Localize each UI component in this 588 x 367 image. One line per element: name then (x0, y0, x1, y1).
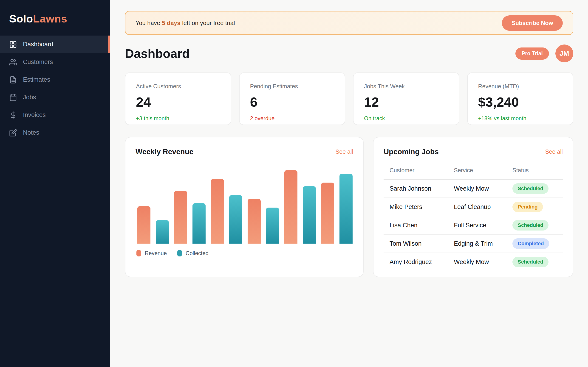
trial-text-suffix: left on your free trial (181, 19, 235, 26)
column-header-customer: Customer (389, 167, 454, 174)
chart-bar-collected (192, 203, 206, 244)
notes-icon (9, 129, 17, 137)
cell-customer: Tom Wilson (389, 240, 454, 247)
cell-customer: Sarah Johnson (389, 185, 454, 192)
upcoming-jobs-header: Upcoming Jobs See all (384, 148, 563, 156)
status-badge: Scheduled (512, 183, 548, 194)
legend-item-revenue: Revenue (137, 250, 167, 257)
stat-card: Revenue (MTD)$3,240+18% vs last month (467, 73, 573, 125)
stat-sub: 2 overdue (250, 115, 334, 122)
table-row[interactable]: Amy RodriguezWeekly MowScheduled (384, 253, 563, 271)
chart-legend: RevenueCollected (136, 250, 353, 257)
chart-bar-collected (229, 195, 242, 244)
stat-sub: On track (364, 115, 448, 122)
pro-trial-badge: Pro Trial (515, 48, 549, 60)
cell-service: Weekly Mow (454, 185, 512, 192)
sidebar-item-dashboard[interactable]: Dashboard (0, 35, 110, 53)
dashboard-icon (9, 41, 17, 48)
chart-bar-collected (303, 186, 316, 244)
status-badge: Completed (512, 238, 549, 249)
sidebar-item-label: Customers (23, 58, 53, 66)
stat-sub: +18% vs last month (478, 115, 562, 122)
brand-lawns: Lawns (33, 13, 67, 25)
chart-bar-revenue (284, 170, 297, 244)
sidebar-item-label: Jobs (23, 94, 36, 101)
page-header: Dashboard Pro Trial JM (125, 44, 573, 62)
table-body: Sarah JohnsonWeekly MowScheduledMike Pet… (384, 180, 563, 271)
upcoming-jobs-see-all-link[interactable]: See all (545, 148, 563, 155)
sidebar: SoloLawns DashboardCustomersEstimatesJob… (0, 0, 110, 367)
upcoming-jobs-title: Upcoming Jobs (384, 148, 439, 156)
cell-status: Scheduled (512, 257, 563, 267)
cell-status: Scheduled (512, 220, 563, 231)
status-badge: Pending (512, 202, 543, 212)
sidebar-item-notes[interactable]: Notes (0, 124, 110, 142)
sidebar-item-customers[interactable]: Customers (0, 53, 110, 71)
weekly-revenue-card: Weekly Revenue See all RevenueCollected (125, 137, 363, 277)
trial-banner-text: You have 5 days left on your free trial (136, 19, 235, 27)
cell-status: Scheduled (512, 183, 563, 194)
table-row[interactable]: Mike PetersLeaf CleanupPending (384, 198, 563, 216)
cell-service: Edging & Trim (454, 240, 512, 247)
stat-value: 12 (364, 94, 448, 110)
cell-customer: Lisa Chen (389, 222, 454, 229)
subscribe-now-button[interactable]: Subscribe Now (502, 15, 563, 31)
table-row[interactable]: Lisa ChenFull ServiceScheduled (384, 216, 563, 235)
stats-row: Active Customers24+3 this monthPending E… (125, 73, 573, 125)
stat-label: Jobs This Week (364, 83, 448, 90)
stat-card: Pending Estimates62 overdue (239, 73, 346, 125)
customers-icon (9, 58, 17, 66)
table-row[interactable]: Sarah JohnsonWeekly MowScheduled (384, 180, 563, 198)
sidebar-item-label: Invoices (23, 111, 46, 119)
stat-value: $3,240 (478, 94, 562, 110)
chart-bar-collected (339, 174, 353, 244)
cell-service: Full Service (454, 222, 512, 229)
chart-bar-revenue (174, 191, 187, 244)
cell-customer: Mike Peters (389, 203, 454, 211)
cell-status: Completed (512, 238, 563, 249)
stat-card: Active Customers24+3 this month (125, 73, 231, 125)
status-badge: Scheduled (512, 257, 548, 267)
legend-label: Revenue (145, 250, 167, 257)
weekly-revenue-chart (136, 160, 353, 244)
legend-item-collected: Collected (177, 250, 208, 257)
column-header-service: Service (454, 167, 512, 174)
cell-customer: Amy Rodriguez (389, 259, 454, 266)
jobs-icon (9, 94, 17, 101)
status-badge: Scheduled (512, 220, 548, 231)
weekly-revenue-see-all-link[interactable]: See all (336, 148, 353, 155)
trial-banner: You have 5 days left on your free trial … (125, 11, 573, 35)
table-header-row: CustomerServiceStatus (384, 167, 563, 180)
invoices-icon (9, 111, 17, 119)
estimates-icon (9, 76, 17, 84)
content-row: Weekly Revenue See all RevenueCollected … (125, 137, 573, 277)
chart-bar-revenue (248, 199, 261, 244)
stat-label: Active Customers (136, 83, 220, 90)
column-header-status: Status (512, 167, 562, 174)
chart-bar-collected (156, 220, 169, 244)
sidebar-item-label: Dashboard (23, 41, 53, 48)
chart-bar-collected (266, 208, 279, 244)
header-right: Pro Trial JM (515, 44, 573, 62)
user-avatar[interactable]: JM (555, 44, 573, 62)
legend-swatch-collected (177, 250, 182, 257)
sidebar-item-estimates[interactable]: Estimates (0, 71, 110, 89)
chart-bar-revenue (211, 179, 224, 244)
sidebar-item-jobs[interactable]: Jobs (0, 89, 110, 106)
sidebar-item-invoices[interactable]: Invoices (0, 106, 110, 124)
stat-sub: +3 this month (136, 115, 220, 122)
stat-card: Jobs This Week12On track (353, 73, 459, 125)
weekly-revenue-title: Weekly Revenue (136, 148, 193, 156)
stat-label: Pending Estimates (250, 83, 334, 90)
chart-bar-revenue (137, 206, 150, 244)
sidebar-item-label: Notes (23, 129, 39, 136)
upcoming-jobs-card: Upcoming Jobs See all CustomerServiceSta… (373, 137, 573, 277)
trial-days-remaining: 5 days (162, 19, 181, 26)
sidebar-item-label: Estimates (23, 76, 50, 83)
upcoming-jobs-table: CustomerServiceStatus Sarah JohnsonWeekl… (384, 167, 563, 271)
legend-label: Collected (186, 250, 208, 257)
main-content: You have 5 days left on your free trial … (110, 0, 588, 367)
legend-swatch-revenue (137, 250, 141, 257)
stat-label: Revenue (MTD) (478, 83, 562, 90)
table-row[interactable]: Tom WilsonEdging & TrimCompleted (384, 235, 563, 253)
